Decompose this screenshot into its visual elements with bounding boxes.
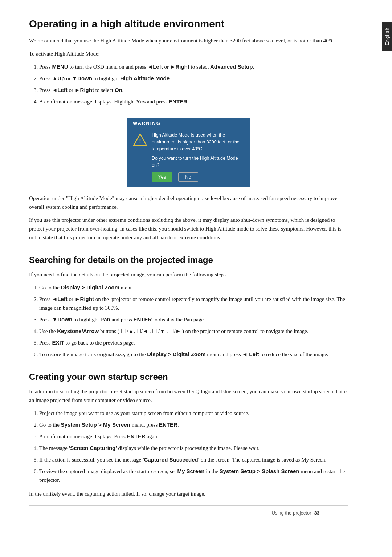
section2-step1: Go to the Display > Digital Zoom menu.: [39, 283, 348, 292]
section1-step1: Press MENU to turn the OSD menu on and p…: [39, 62, 348, 71]
section2-intro: If you need to find the details on the p…: [29, 270, 348, 279]
section3-step6: To view the captured image displayed as …: [39, 467, 348, 484]
section2-steps-list: Go to the Display > Digital Zoom menu. P…: [39, 283, 348, 359]
section3-intro: In addition to selecting the projector p…: [29, 387, 348, 404]
section3-step3: A confirmation message displays. Press E…: [39, 432, 348, 441]
warning-text2: Do you want to turn the High Altitude Mo…: [152, 155, 245, 169]
section1-steps-list: Press MENU to turn the OSD menu on and p…: [39, 62, 348, 106]
section2-step5: Press EXIT to go back to the previous pa…: [39, 338, 348, 347]
section3-title: Creating your own startup screen: [29, 372, 348, 382]
section1-note1: Operation under "High Altitude Mode" may…: [29, 194, 348, 211]
section3-note: In the unlikely event, the capturing act…: [29, 489, 348, 498]
section2-step6: To restore the image to its original siz…: [39, 350, 348, 359]
section2-title: Searching for details on the projected i…: [29, 255, 348, 265]
language-tab: English: [382, 22, 392, 51]
warning-dialog: WARNING ! High Altitude Mode is used whe…: [127, 118, 250, 187]
section1-step4: A confirmation message displays. Highlig…: [39, 97, 348, 106]
footer-label: Using the projector: [271, 510, 311, 516]
section1-intro1: We recommend that you use the High Altit…: [29, 36, 348, 45]
warning-header: WARNING: [127, 118, 250, 128]
section1-intro2: To activate High Altitude Mode:: [29, 49, 348, 58]
section3-step2: Go to the System Setup > My Screen menu,…: [39, 420, 348, 429]
footer-page: 33: [314, 510, 319, 516]
section3-steps-list: Project the image you want to use as you…: [39, 409, 348, 484]
warning-no-button[interactable]: No: [178, 172, 198, 182]
footer: Using the projector 33: [29, 505, 348, 520]
svg-text:!: !: [139, 138, 141, 145]
section2-step3: Press ▼Down to highlight Pan and press E…: [39, 315, 348, 324]
warning-buttons: Yes No: [152, 172, 245, 182]
section3-step5: If the action is successful, you see the…: [39, 455, 348, 464]
section2-step2: Press ◄Left or ►Right on the projector o…: [39, 295, 348, 312]
section3-step4: The message 'Screen Capturing' displays …: [39, 444, 348, 452]
warning-yes-button[interactable]: Yes: [152, 172, 172, 182]
section3-step1: Project the image you want to use as you…: [39, 409, 348, 418]
warning-icon: !: [133, 133, 147, 147]
section1-step3: Press ◄Left or ►Right to select On.: [39, 86, 348, 94]
section1-note2: If you use this projector under other ex…: [29, 216, 348, 242]
section2-step4: Use the Keystone/Arrow buttons ( ☐ /▲, ☐…: [39, 327, 348, 336]
warning-text1: High Altitude Mode is used when the envi…: [152, 132, 245, 152]
section1-title: Operating in a high altitude environment: [29, 18, 348, 30]
section1-step2: Press ▲Up or ▼Down to highlight High Alt…: [39, 74, 348, 83]
